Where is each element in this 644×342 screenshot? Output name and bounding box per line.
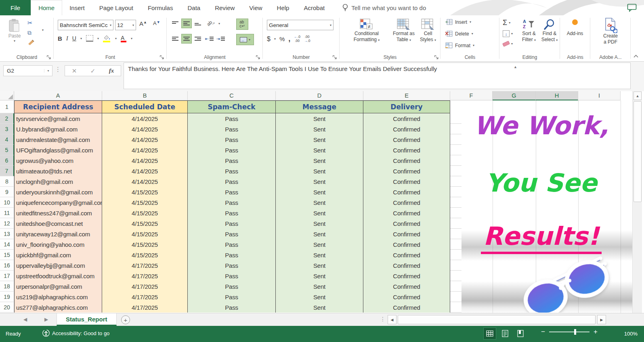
formula-input[interactable]: Thanks for Your Faithful Business. Here … xyxy=(124,63,631,89)
cell-email[interactable]: univ_flooring@yahoo.com xyxy=(14,239,102,250)
collapse-ribbon-button[interactable] xyxy=(633,54,639,58)
row-header-10[interactable]: 10 xyxy=(0,197,14,208)
number-dialog-launcher[interactable] xyxy=(332,55,337,60)
font-dialog-launcher[interactable] xyxy=(159,55,164,60)
cell-spam[interactable]: Pass xyxy=(188,302,276,313)
cell-date[interactable]: 4/17/2025 xyxy=(102,302,188,313)
comments-button[interactable] xyxy=(627,4,637,14)
cell-message[interactable]: Sent xyxy=(276,166,363,176)
cell-date[interactable]: 4/17/2025 xyxy=(102,281,188,292)
cell-date[interactable]: 4/15/2025 xyxy=(102,250,188,260)
font-color-chevron[interactable]: ▾ xyxy=(131,37,132,40)
row-header-19[interactable]: 19 xyxy=(0,292,14,302)
cell-delivery[interactable]: Confirmed xyxy=(363,113,450,124)
copy-button[interactable]: ⧉ xyxy=(27,29,35,36)
row-header-7[interactable]: 7 xyxy=(0,166,14,176)
cell-message[interactable]: Sent xyxy=(276,155,363,166)
orientation-button[interactable]: ab↗ xyxy=(204,19,218,28)
cell-date[interactable]: 4/15/2025 xyxy=(102,229,188,239)
zoom-slider-thumb[interactable] xyxy=(574,329,576,335)
row-header-1[interactable]: 1 xyxy=(0,100,14,113)
styles-dialog-launcher[interactable] xyxy=(434,55,439,60)
paste-button[interactable]: Paste ▾ xyxy=(4,19,25,43)
zoom-out-button[interactable]: − xyxy=(541,328,545,335)
tell-me-box[interactable]: Tell me what you want to do xyxy=(332,0,426,15)
normal-view-button[interactable] xyxy=(484,328,496,339)
formula-bar-collapse-button[interactable]: ▲ xyxy=(514,65,517,69)
row-header-15[interactable]: 15 xyxy=(0,250,14,260)
column-header-C[interactable]: C xyxy=(188,91,276,100)
cell-spam[interactable]: Pass xyxy=(188,176,276,187)
cell-email[interactable]: uandrrealestate@gmail.com xyxy=(14,134,102,145)
cell-spam[interactable]: Pass xyxy=(188,187,276,197)
cell-email[interactable]: unclognh@gmail.com xyxy=(14,176,102,187)
cell-email[interactable]: upstreetfoodtruck@gmail.com xyxy=(14,271,102,281)
row-header-14[interactable]: 14 xyxy=(0,239,14,250)
cell-spam[interactable]: Pass xyxy=(188,260,276,271)
cell-email[interactable]: U.bybrandi@gmail.com xyxy=(14,124,102,134)
cell-spam[interactable]: Pass xyxy=(188,218,276,229)
orientation-chevron[interactable]: ▾ xyxy=(218,22,220,28)
row-header-17[interactable]: 17 xyxy=(0,271,14,281)
cell-email[interactable]: unitedshoe@comcast.net xyxy=(14,218,102,229)
cell-spam[interactable]: Pass xyxy=(188,281,276,292)
sheet-nav-prev-button[interactable]: ◀ xyxy=(23,317,27,322)
cell-message[interactable]: Sent xyxy=(276,250,363,260)
cell-email[interactable]: uniquefencecompany@gmail.com xyxy=(14,197,102,208)
cell-delivery[interactable]: Confirmed xyxy=(363,302,450,313)
cell-date[interactable]: 4/17/2025 xyxy=(102,260,188,271)
fill-button[interactable]: ↓▾ xyxy=(503,30,513,37)
cell-spam[interactable]: Pass xyxy=(188,166,276,176)
underline-button[interactable]: U xyxy=(72,35,76,42)
tab-scroll-split-handle[interactable]: ⋮ xyxy=(380,316,386,322)
cell-delivery[interactable]: Confirmed xyxy=(363,124,450,134)
zoom-level[interactable]: 100% xyxy=(624,331,638,337)
cell-delivery[interactable]: Confirmed xyxy=(363,229,450,239)
column-header-A[interactable]: A xyxy=(14,91,102,100)
vertical-scroll-thumb[interactable] xyxy=(634,101,642,202)
select-all-corner[interactable] xyxy=(0,91,14,100)
vertical-scrollbar[interactable]: ▲ xyxy=(632,91,642,313)
cell-date[interactable]: 4/14/2025 xyxy=(102,145,188,155)
cell-date[interactable]: 4/14/2025 xyxy=(102,134,188,145)
insert-cells-button[interactable]: Insert▾ xyxy=(445,19,471,25)
table-header-recipient-address[interactable]: Recipient Address xyxy=(14,100,102,113)
cell-spam[interactable]: Pass xyxy=(188,124,276,134)
align-middle-button[interactable] xyxy=(181,19,192,28)
cell-message[interactable]: Sent xyxy=(276,229,363,239)
cell-email[interactable]: us277@alphagraphics.com xyxy=(14,302,102,313)
ribbon-tab-home[interactable]: Home xyxy=(31,0,62,15)
column-header-H[interactable]: H xyxy=(536,91,578,100)
comma-style-button[interactable]: , xyxy=(288,35,290,43)
decrease-decimal-button[interactable]: .00→.0 xyxy=(304,35,310,43)
row-header-20[interactable]: 20 xyxy=(0,302,14,313)
cell-date[interactable]: 4/15/2025 xyxy=(102,239,188,250)
row-header-16[interactable]: 16 xyxy=(0,260,14,271)
cell-spam[interactable]: Pass xyxy=(188,292,276,302)
cell-message[interactable]: Sent xyxy=(276,218,363,229)
cell-message[interactable]: Sent xyxy=(276,292,363,302)
merge-center-button[interactable]: ↔ ▾ xyxy=(236,34,254,45)
clipboard-dialog-launcher[interactable] xyxy=(46,55,51,60)
zoom-slider[interactable] xyxy=(549,332,589,332)
page-break-preview-button[interactable] xyxy=(514,328,527,339)
formula-bar-resize-handle[interactable]: ⋮ xyxy=(55,66,60,73)
font-size-combo[interactable]: 12▾ xyxy=(115,20,136,30)
alignment-dialog-launcher[interactable] xyxy=(256,55,260,60)
cell-delivery[interactable]: Confirmed xyxy=(363,218,450,229)
fill-color-button[interactable] xyxy=(103,35,111,42)
cell-message[interactable]: Sent xyxy=(276,113,363,124)
align-center-button[interactable] xyxy=(181,34,192,44)
percent-style-button[interactable]: % xyxy=(279,35,285,42)
cell-delivery[interactable]: Confirmed xyxy=(363,271,450,281)
cell-message[interactable]: Sent xyxy=(276,260,363,271)
cell-date[interactable]: 4/17/2025 xyxy=(102,271,188,281)
cell-delivery[interactable]: Confirmed xyxy=(363,187,450,197)
cell-delivery[interactable]: Confirmed xyxy=(363,155,450,166)
copy-chevron[interactable]: ▾ xyxy=(42,28,44,32)
cell-delivery[interactable]: Confirmed xyxy=(363,292,450,302)
name-box-chevron[interactable]: ▾ xyxy=(44,69,52,73)
insert-function-button[interactable]: fx xyxy=(109,67,114,74)
horizontal-scroll-thumb[interactable] xyxy=(398,315,596,324)
zoom-in-button[interactable]: + xyxy=(594,328,598,335)
